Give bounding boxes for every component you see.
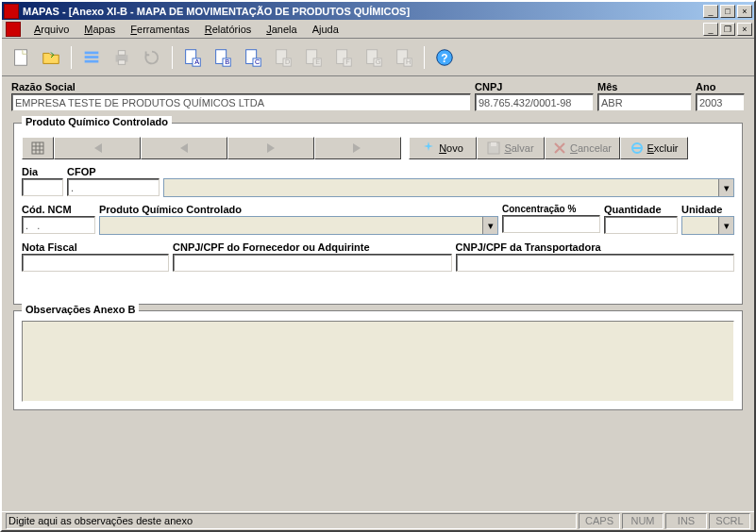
excluir-button[interactable]: Excluir — [620, 137, 688, 159]
close-button[interactable]: × — [737, 5, 752, 18]
mdi-close-button[interactable]: × — [737, 23, 752, 36]
svg-rect-3 — [85, 59, 99, 62]
quantidade-field[interactable] — [604, 216, 678, 234]
toolbar-print-icon[interactable] — [109, 44, 135, 71]
svg-rect-6 — [118, 59, 125, 64]
status-message: Digite aqui as observações deste anexo — [6, 513, 577, 529]
status-caps: CAPS — [579, 513, 620, 529]
excluir-label: xcluir — [654, 142, 679, 154]
chevron-down-icon[interactable]: ▾ — [718, 217, 733, 234]
menu-mapas[interactable]: Mapas — [76, 22, 123, 37]
novo-button[interactable]: Novo — [409, 137, 477, 159]
group-observacoes: Observações Anexo B — [13, 310, 743, 410]
svg-rect-5 — [118, 50, 125, 55]
toolbar-open-icon[interactable] — [38, 44, 64, 71]
svg-text:B: B — [225, 58, 229, 66]
svg-rect-39 — [491, 142, 496, 146]
nav-first-button[interactable] — [54, 137, 141, 159]
nav-last-button[interactable] — [314, 137, 401, 159]
cfop-label: CFOP — [67, 165, 160, 178]
unidade-label: Unidade — [681, 203, 734, 216]
cod-ncm-label: Cód. NCM — [22, 203, 95, 216]
cfop-code-field[interactable] — [67, 178, 160, 196]
maximize-button[interactable]: □ — [720, 5, 735, 18]
cfop-desc-value — [164, 179, 718, 196]
salvar-label: alvar — [512, 142, 534, 154]
toolbar-list-icon[interactable] — [78, 44, 105, 71]
group-observacoes-legend: Observações Anexo B — [22, 304, 139, 315]
toolbar-report-g-icon[interactable]: G — [361, 44, 387, 71]
unidade-combo[interactable]: ▾ — [681, 216, 734, 235]
mdi-restore-button[interactable]: ❐ — [720, 23, 735, 36]
menu-ferramentas[interactable]: Ferramentas — [123, 22, 196, 37]
toolbar-report-h-icon[interactable]: H — [391, 44, 417, 71]
mes-label: Mês — [597, 80, 692, 93]
cfop-desc-combo[interactable]: ▾ — [163, 178, 734, 197]
svg-rect-33 — [32, 142, 43, 154]
produto-combo[interactable]: ▾ — [99, 216, 498, 235]
cancelar-button[interactable]: Cancelar — [545, 137, 620, 159]
dia-label: Dia — [22, 165, 63, 178]
toolbar-report-a-icon[interactable]: A — [179, 44, 206, 71]
razao-social-label: Razão Social — [11, 80, 471, 93]
menubar: Arquivo Mapas Ferramentas Relatórios Jan… — [2, 20, 754, 39]
svg-rect-0 — [15, 49, 27, 65]
status-ins: INS — [665, 513, 707, 529]
mes-field — [597, 93, 692, 111]
chevron-down-icon[interactable]: ▾ — [482, 217, 497, 234]
ano-label: Ano — [696, 80, 745, 93]
concentracao-field[interactable] — [502, 215, 600, 233]
cod-ncm-field[interactable] — [22, 216, 95, 234]
menu-ajuda[interactable]: Ajuda — [305, 22, 346, 37]
svg-rect-1 — [85, 51, 99, 54]
svg-text:C: C — [255, 58, 260, 66]
novo-label: ovo — [446, 142, 463, 154]
toolbar-help-icon[interactable]: ? — [431, 44, 458, 71]
statusbar: Digite aqui as observações deste anexo C… — [2, 511, 754, 530]
delete-icon — [630, 141, 644, 155]
window-title: MAPAS - [Anexo XI-B - MAPA DE MOVIMENTAÇ… — [23, 6, 703, 17]
toolbar-report-d-icon[interactable]: D — [270, 44, 296, 71]
salvar-button[interactable]: Salvar — [477, 137, 545, 159]
minimize-button[interactable]: _ — [703, 5, 718, 18]
nav-next-button[interactable] — [227, 137, 314, 159]
dia-field[interactable] — [22, 178, 63, 196]
mdi-minimize-button[interactable]: _ — [703, 23, 718, 36]
menu-arquivo[interactable]: Arquivo — [26, 22, 76, 37]
toolbar: A B C D E F G H ? — [2, 39, 754, 76]
svg-text:E: E — [315, 58, 320, 66]
sparkle-icon — [422, 141, 435, 155]
chevron-down-icon[interactable]: ▾ — [718, 179, 733, 196]
window-titlebar: MAPAS - [Anexo XI-B - MAPA DE MOVIMENTAÇ… — [2, 2, 754, 20]
svg-text:D: D — [285, 58, 290, 66]
nav-prev-button[interactable] — [141, 137, 227, 159]
toolbar-new-icon[interactable] — [8, 44, 34, 71]
group-produto: Produto Químico Controlado Novo Salvar — [13, 123, 743, 305]
menu-janela[interactable]: Janela — [259, 22, 304, 37]
menu-relatorios[interactable]: Relatórios — [197, 22, 260, 37]
ano-field — [696, 93, 745, 111]
toolbar-report-e-icon[interactable]: E — [300, 44, 327, 71]
nota-fiscal-field[interactable] — [22, 254, 169, 272]
status-scrl: SCRL — [709, 513, 750, 529]
disk-icon — [487, 141, 500, 155]
cnpj-fornecedor-field[interactable] — [173, 254, 452, 272]
cnpj-transportadora-label: CNPJ/CPF da Transportadora — [456, 241, 735, 254]
cnpj-label: CNPJ — [475, 80, 594, 93]
produto-label: Produto Químico Controlado — [99, 203, 498, 216]
observacoes-textarea[interactable] — [22, 321, 734, 402]
app-small-icon — [6, 22, 21, 37]
quantidade-label: Quantidade — [604, 203, 678, 216]
svg-text:G: G — [376, 58, 381, 66]
svg-text:?: ? — [441, 51, 447, 64]
toolbar-refresh-icon[interactable] — [139, 44, 165, 71]
svg-text:H: H — [406, 58, 411, 66]
unidade-value — [682, 217, 718, 234]
svg-text:A: A — [194, 58, 199, 66]
toolbar-report-b-icon[interactable]: B — [210, 44, 236, 71]
toolbar-report-c-icon[interactable]: C — [240, 44, 266, 71]
nav-grid-button[interactable] — [22, 137, 54, 159]
toolbar-report-f-icon[interactable]: F — [330, 44, 357, 71]
produto-value — [100, 217, 482, 234]
cnpj-transportadora-field[interactable] — [456, 254, 735, 272]
